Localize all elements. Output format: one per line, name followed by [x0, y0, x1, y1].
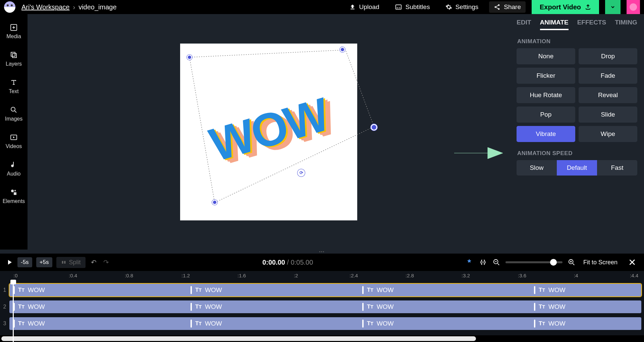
- sidebar-item-layers[interactable]: Layers: [6, 51, 22, 67]
- animation-section-label: ANIMATION: [517, 38, 637, 45]
- speed-fast[interactable]: Fast: [597, 160, 637, 176]
- layers-icon: [10, 51, 18, 59]
- splitter-handle[interactable]: •••: [0, 250, 644, 254]
- svg-rect-12: [14, 192, 16, 195]
- animation-vibrate[interactable]: Vibrate: [517, 126, 575, 142]
- split-icon: [61, 260, 66, 265]
- callout-arrow: [451, 141, 504, 166]
- animation-reveal[interactable]: Reveal: [579, 87, 637, 103]
- ruler-tick: :0.8: [125, 273, 133, 278]
- animation-pop[interactable]: Pop: [517, 107, 575, 123]
- sidebar-item-images[interactable]: Images: [5, 106, 22, 122]
- panel-tabs: EDIT ANIMATE EFFECTS TIMING: [517, 19, 637, 30]
- right-panel: EDIT ANIMATE EFFECTS TIMING ANIMATION No…: [510, 14, 644, 250]
- animation-hue-rotate[interactable]: Hue Rotate: [517, 87, 575, 103]
- plus-box-icon: [10, 23, 18, 31]
- tab-edit[interactable]: EDIT: [517, 19, 531, 30]
- svg-point-9: [11, 107, 15, 111]
- workspace-link[interactable]: Ari's Workspace: [21, 3, 70, 11]
- step-back-button[interactable]: -5s: [17, 257, 32, 267]
- track-row: 1TTWOWTTWOWTTWOWTTWOW: [0, 283, 641, 297]
- clip-segment: TTWOW: [534, 303, 566, 311]
- animation-slide[interactable]: Slide: [579, 107, 637, 123]
- animation-flicker[interactable]: Flicker: [517, 68, 575, 84]
- speed-default[interactable]: Default: [557, 160, 597, 176]
- zoom-out-icon[interactable]: [493, 259, 500, 266]
- sidebar-item-text[interactable]: Text: [9, 78, 18, 94]
- settings-button[interactable]: Settings: [441, 1, 483, 13]
- ruler-tick: :4.4: [630, 273, 638, 278]
- redo-button[interactable]: ↷: [102, 257, 110, 268]
- snap-icon[interactable]: [465, 258, 473, 266]
- svg-rect-2: [399, 8, 400, 8]
- animation-none[interactable]: None: [517, 48, 575, 64]
- timeline-tracks: 1TTWOWTTWOWTTWOWTTWOW2TTWOWTTWOWTTWOWTTW…: [0, 281, 644, 335]
- selection-handle-tl[interactable]: [187, 55, 192, 60]
- ruler-tick: :3.6: [518, 273, 526, 278]
- canvas-area[interactable]: WOW: [28, 14, 510, 250]
- close-timeline-button[interactable]: ✕: [626, 257, 639, 268]
- animation-grid: None Drop Flicker Fade Hue Rotate Reveal…: [517, 48, 637, 142]
- play-button[interactable]: [5, 258, 13, 266]
- track-clip[interactable]: TTWOWTTWOWTTWOWTTWOW: [9, 317, 641, 330]
- left-sidebar: Media Layers Text Images Videos Audio El…: [0, 14, 28, 250]
- svg-rect-15: [64, 261, 65, 264]
- text-element[interactable]: WOW: [204, 87, 333, 172]
- clip-segment: TTWOW: [534, 286, 566, 294]
- track-clip[interactable]: TTWOWTTWOWTTWOWTTWOW: [9, 284, 641, 296]
- svg-point-3: [498, 4, 500, 6]
- rotate-handle[interactable]: [298, 169, 305, 177]
- workspace-avatar[interactable]: [4, 1, 15, 13]
- speed-section-label: ANIMATION SPEED: [517, 150, 637, 157]
- audio-icon: [10, 161, 18, 169]
- sidebar-item-media[interactable]: Media: [6, 23, 21, 40]
- tab-timing[interactable]: TIMING: [615, 19, 637, 30]
- share-button[interactable]: Share: [489, 1, 526, 13]
- subtitles-button[interactable]: Subtitles: [390, 1, 435, 13]
- playhead[interactable]: [13, 281, 14, 342]
- sidebar-item-audio[interactable]: Audio: [7, 161, 21, 177]
- export-icon: [585, 4, 591, 10]
- export-dropdown[interactable]: [605, 0, 621, 14]
- step-fwd-button[interactable]: +5s: [36, 257, 52, 267]
- tab-animate[interactable]: ANIMATE: [540, 19, 569, 30]
- trim-icon[interactable]: [479, 258, 487, 267]
- undo-button[interactable]: ↶: [90, 257, 98, 268]
- zoom-in-icon[interactable]: [568, 259, 575, 266]
- svg-point-4: [495, 6, 496, 8]
- svg-rect-0: [395, 5, 401, 9]
- animation-drop[interactable]: Drop: [579, 48, 637, 64]
- speed-slow[interactable]: Slow: [517, 160, 557, 176]
- clip-segment: TTWOW: [362, 286, 394, 294]
- video-icon: [10, 133, 18, 141]
- breadcrumb: Ari's Workspace › video_image: [21, 3, 117, 11]
- svg-point-5: [498, 8, 500, 10]
- selection-handle-tr[interactable]: [340, 47, 345, 52]
- track-clip[interactable]: TTWOWTTWOWTTWOWTTWOW: [9, 300, 641, 313]
- canvas[interactable]: WOW: [180, 44, 357, 220]
- timeline-controls: -5s +5s Split ↶ ↷ 0:00.00 / 0:05.00 Fit …: [0, 254, 644, 271]
- export-video-button[interactable]: Export Video: [532, 0, 599, 14]
- tab-effects[interactable]: EFFECTS: [577, 19, 606, 30]
- user-profile-button[interactable]: [627, 0, 640, 14]
- selection-handle-r[interactable]: [371, 124, 377, 131]
- svg-rect-8: [12, 54, 16, 58]
- clip-segment: TTWOW: [191, 303, 222, 311]
- fit-to-screen-button[interactable]: Fit to Screen: [581, 258, 620, 267]
- timeline-scrollbar[interactable]: [0, 335, 644, 342]
- chevron-down-icon: [610, 4, 615, 10]
- sidebar-item-elements[interactable]: Elements: [3, 188, 25, 204]
- clip-segment: TTWOW: [191, 286, 222, 294]
- animation-fade[interactable]: Fade: [579, 68, 637, 84]
- selection-handle-bl[interactable]: [212, 200, 217, 205]
- sidebar-item-videos[interactable]: Videos: [6, 133, 22, 149]
- timeline-ruler[interactable]: :0:0.4:0.8:1.2:1.6:2:2.4:2.8:3.2:3.6:4:4…: [0, 271, 644, 281]
- upload-button[interactable]: Upload: [344, 1, 384, 13]
- split-button[interactable]: Split: [56, 257, 86, 268]
- animation-wipe[interactable]: Wipe: [579, 126, 637, 142]
- zoom-slider[interactable]: [505, 261, 562, 263]
- zoom-thumb[interactable]: [550, 259, 557, 266]
- top-bar: Ari's Workspace › video_image Upload Sub…: [0, 0, 644, 14]
- track-number: 2: [0, 304, 9, 310]
- project-name: video_image: [78, 3, 116, 11]
